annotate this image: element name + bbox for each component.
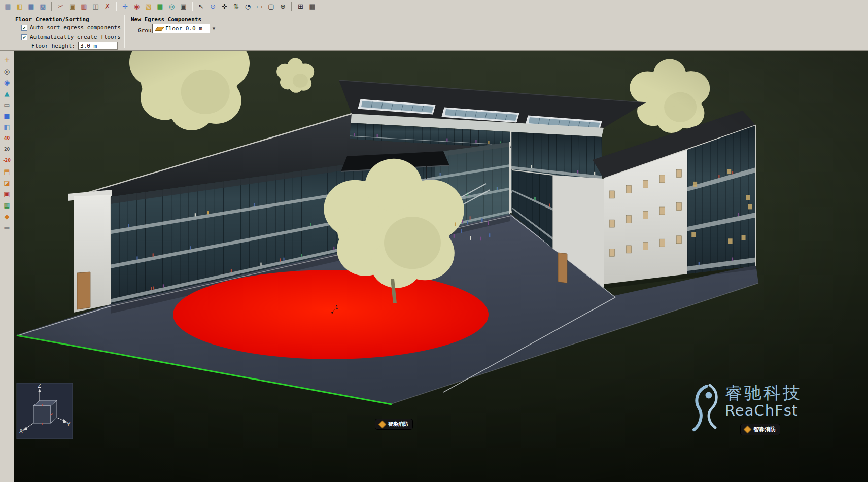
- axis-label-z: Z: [38, 383, 41, 389]
- main-toolbar: ▤◧▦▩✂▣▥◫✗✛◉▧▦◎▣↖⊙✜⇅◔▭▢⊕⊞▦: [0, 0, 868, 13]
- marker-label: 1: [335, 305, 338, 310]
- cylinder-tool[interactable]: ▭: [1, 99, 13, 110]
- record-movie-button[interactable]: ▣: [178, 1, 189, 12]
- panel-divider: [124, 15, 125, 48]
- snap-grid-button[interactable]: ⊞: [295, 1, 306, 12]
- zoom-extents-button[interactable]: ▢: [266, 1, 276, 12]
- vendor-badge: 智淼消防: [741, 424, 780, 435]
- vendor-badge-label: 智淼消防: [753, 426, 776, 433]
- selection-filter-button[interactable]: ▦: [307, 1, 318, 12]
- save-file-button[interactable]: ▦: [26, 1, 37, 12]
- group-dropdown[interactable]: Floor 0.0 m ▼: [152, 24, 218, 33]
- application-window: ▤◧▦▩✂▣▥◫✗✛◉▧▦◎▣↖⊙✜⇅◔▭▢⊕⊞▦ Floor Creation…: [0, 0, 868, 482]
- toolbar-separator: [51, 2, 52, 11]
- floor-height-label: Floor height:: [31, 43, 75, 49]
- stairs-tool[interactable]: ▤: [1, 166, 13, 177]
- vendor-badge-label: 智淼消防: [388, 421, 408, 428]
- door-tool[interactable]: ▣: [1, 189, 13, 199]
- duplicate-button[interactable]: ◫: [90, 1, 101, 12]
- auto-sort-checkbox[interactable]: ✔ Auto sort egress components: [21, 24, 121, 31]
- pan-tool-button[interactable]: ✜: [219, 1, 230, 12]
- show-occupants-button[interactable]: ◎: [166, 1, 177, 12]
- open-file-button[interactable]: ◧: [14, 1, 25, 12]
- select-tool-button[interactable]: ↖: [196, 1, 206, 12]
- viewport-3d[interactable]: 1 Z X Y: [14, 51, 868, 482]
- zoom-window-button[interactable]: ▭: [254, 1, 265, 12]
- auto-create-checkbox[interactable]: ✔ Automatically create floors: [21, 33, 121, 40]
- level-reset-button[interactable]: 20: [1, 144, 13, 155]
- level-down-button[interactable]: -20: [1, 155, 13, 166]
- reset-view-button[interactable]: ⊕: [277, 1, 288, 12]
- show-floor-grid-button[interactable]: ▦: [155, 1, 165, 12]
- left-end-door: [77, 272, 90, 309]
- checkbox-check-icon: ✔: [21, 25, 27, 31]
- assembly-area-tool[interactable]: ◆: [1, 211, 13, 222]
- render-textured-button[interactable]: ▧: [143, 1, 154, 12]
- toolbar-separator: [116, 2, 117, 11]
- select-object-tool[interactable]: ✛: [1, 55, 13, 65]
- add-occupant-tool[interactable]: ◉: [1, 77, 13, 88]
- auto-sort-label: Auto sort egress components: [30, 24, 121, 31]
- auto-create-label: Automatically create floors: [30, 33, 121, 40]
- obstruction-tool[interactable]: ◧: [1, 122, 13, 132]
- axis-label-y: Y: [66, 422, 71, 427]
- floor-height-input[interactable]: [78, 42, 118, 50]
- vendor-logo-icon: [744, 426, 752, 434]
- checkbox-check-icon: ✔: [21, 34, 27, 40]
- toolbar-separator: [291, 2, 292, 11]
- floor-height-field: Floor height:: [31, 42, 118, 50]
- measure-tool[interactable]: ▬: [1, 222, 13, 233]
- ramp-tool[interactable]: ◪: [1, 178, 13, 188]
- cone-marker-tool[interactable]: ▲: [1, 88, 13, 99]
- orbit-tool-button[interactable]: ⊙: [207, 1, 218, 12]
- refuge-zone-circle: [173, 270, 489, 359]
- render-solid-button[interactable]: ◉: [131, 1, 142, 12]
- vendor-logo-icon: [378, 420, 387, 428]
- vendor-badge-center: 智淼消防: [375, 419, 412, 429]
- room-tool[interactable]: ■: [1, 111, 13, 121]
- level-up-button[interactable]: 40: [1, 133, 13, 144]
- egress-panel-title: New Egress Components: [131, 16, 201, 23]
- chevron-down-icon[interactable]: ▼: [210, 24, 218, 33]
- drawing-tools-sidebar: ✛◎◉▲▭■◧4020-20▤◪▣▦◆▬: [0, 51, 14, 482]
- copy-button[interactable]: ▣: [67, 1, 78, 12]
- floor-icon: [155, 27, 164, 31]
- right-building-glass: [687, 125, 756, 274]
- new-file-button[interactable]: ▤: [3, 1, 13, 12]
- delete-button[interactable]: ✗: [102, 1, 113, 12]
- zoom-tool-button[interactable]: ◔: [242, 1, 253, 12]
- nav-cube[interactable]: Z X Y: [17, 383, 73, 439]
- axis-label-x: X: [19, 428, 23, 434]
- orbit-camera-tool[interactable]: ◎: [1, 66, 13, 77]
- floor-panel-title: Floor Creation/Sorting: [15, 16, 89, 23]
- toolbar-separator: [192, 2, 193, 11]
- entrance-door: [558, 253, 567, 283]
- cut-button[interactable]: ✂: [55, 1, 66, 12]
- viewport-3d-scene[interactable]: 1 Z X Y: [14, 51, 868, 482]
- group-dropdown-value: Floor 0.0 m: [165, 25, 207, 32]
- roam-tool-button[interactable]: ⇅: [231, 1, 241, 12]
- left-end-wall: [68, 190, 112, 313]
- paste-button[interactable]: ▥: [79, 1, 89, 12]
- show-axes-button[interactable]: ✛: [120, 1, 130, 12]
- exit-tool[interactable]: ▦: [1, 200, 13, 211]
- save-all-button[interactable]: ▩: [38, 1, 48, 12]
- ribbon-panel: Floor Creation/Sorting ✔ Auto sort egres…: [0, 13, 868, 51]
